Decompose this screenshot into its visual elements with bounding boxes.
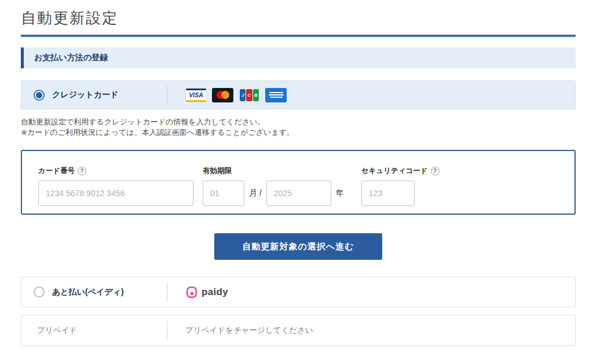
- credit-card-option-label-area: クレジットカード: [21, 90, 167, 101]
- expiry-year-input[interactable]: [266, 181, 331, 206]
- section-heading-label: お支払い方法の登録: [34, 53, 108, 62]
- paidy-logo: paidy: [185, 286, 228, 299]
- paidy-option-label-area: あと払い(ペイディ): [21, 286, 167, 297]
- security-code-help-icon[interactable]: ?: [431, 167, 440, 175]
- card-number-help-icon[interactable]: ?: [78, 167, 86, 175]
- instruction-line-2: ※カードのご利用状況によっては、本人認証画面へ遷移することがございます。: [21, 127, 576, 138]
- credit-card-radio[interactable]: [34, 90, 45, 101]
- prepaid-row: プリペイド プリペイドをチャージしてください: [21, 315, 576, 346]
- expiry-month-suffix: 月 /: [249, 188, 262, 198]
- prepaid-message-area: プリペイドをチャージしてください: [167, 325, 575, 336]
- card-entry-form: カード番号 ? 有効期限 月 / 年 セキュリティコード ?: [21, 150, 576, 215]
- jcb-red-bar: C: [246, 89, 252, 101]
- amex-logo: [265, 88, 287, 102]
- paidy-option-label: あと払い(ペイディ): [52, 287, 124, 297]
- expiry-inputs: 月 / 年: [203, 181, 349, 206]
- paidy-option-row[interactable]: あと払い(ペイディ) paidy: [21, 277, 576, 307]
- expiry-label-text: 有効期限: [203, 166, 232, 176]
- auto-renewal-settings-page: 自動更新設定 お支払い方法の登録 クレジットカード VISA J C B: [0, 0, 593, 346]
- instruction-line-1: 自動更新設定で利用するクレジットカードの情報を入力してください。: [21, 117, 576, 127]
- radio-dot: [36, 92, 42, 98]
- card-number-label: カード番号 ?: [38, 166, 193, 176]
- prepaid-message: プリペイドをチャージしてください: [185, 325, 313, 336]
- paidy-icon: [185, 286, 198, 299]
- expiry-year-suffix: 年: [336, 188, 344, 198]
- amex-line: [269, 92, 283, 93]
- payment-method-section-heading: お支払い方法の登録: [21, 47, 576, 68]
- security-code-label-text: セキュリティコード: [361, 166, 428, 176]
- prepaid-label-area: プリペイド: [21, 325, 167, 336]
- expiry-label: 有効期限: [203, 166, 349, 176]
- credit-card-option-row[interactable]: クレジットカード VISA J C B: [21, 80, 576, 109]
- expiry-field: 有効期限 月 / 年: [203, 166, 349, 206]
- prepaid-label: プリペイド: [37, 325, 77, 336]
- mastercard-logo: [212, 88, 233, 102]
- card-number-field: カード番号 ?: [38, 166, 193, 206]
- jcb-blue-bar: J: [240, 89, 246, 101]
- paidy-wordmark: paidy: [202, 286, 228, 298]
- credit-card-option-label: クレジットカード: [52, 90, 118, 100]
- visa-gold-stripe: [186, 100, 206, 102]
- visa-logo: VISA: [185, 88, 207, 102]
- jcb-green-bar: B: [253, 89, 259, 101]
- paidy-radio[interactable]: [34, 286, 45, 297]
- page-title: 自動更新設定: [21, 8, 576, 28]
- security-code-input[interactable]: [361, 181, 415, 206]
- mastercard-orange-circle: [221, 91, 229, 99]
- proceed-to-selection-button[interactable]: 自動更新対象の選択へ進む: [214, 233, 382, 260]
- card-number-label-text: カード番号: [38, 166, 75, 176]
- jcb-logo: J C B: [239, 88, 260, 102]
- credit-card-instructions: 自動更新設定で利用するクレジットカードの情報を入力してください。 ※カードのご利…: [21, 117, 576, 138]
- expiry-month-input[interactable]: [203, 181, 244, 206]
- card-number-input[interactable]: [38, 181, 193, 206]
- visa-word: VISA: [186, 90, 206, 100]
- title-divider: [21, 35, 576, 37]
- amex-line: [270, 97, 283, 98]
- submit-area: 自動更新対象の選択へ進む: [21, 233, 576, 260]
- security-code-label: セキュリティコード ?: [361, 166, 440, 176]
- credit-card-brands: VISA J C B: [167, 88, 575, 102]
- security-code-field: セキュリティコード ?: [361, 166, 440, 206]
- amex-line: [269, 94, 284, 95]
- paidy-logo-area: paidy: [167, 286, 575, 299]
